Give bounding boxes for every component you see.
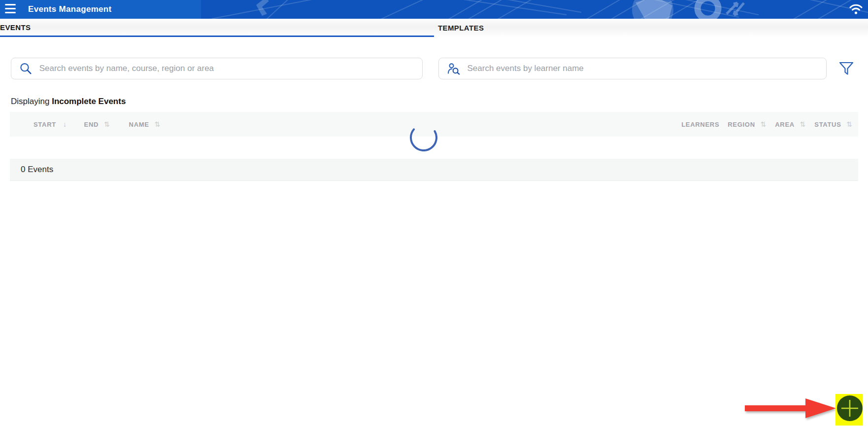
displaying-filter-name: Incomplete Events bbox=[52, 97, 126, 106]
sort-both-icon[interactable]: ⇅ bbox=[104, 120, 110, 128]
filter-button[interactable] bbox=[838, 61, 854, 76]
events-count: 0 Events bbox=[21, 165, 53, 175]
person-search-icon bbox=[447, 62, 461, 75]
column-area-label: AREA bbox=[775, 121, 795, 128]
learner-search-box[interactable] bbox=[438, 58, 827, 79]
column-status-label: STATUS bbox=[814, 121, 841, 128]
tab-events-label: EVENTS bbox=[0, 23, 31, 32]
column-name[interactable]: NAME ⇅ bbox=[129, 120, 161, 128]
event-search-input[interactable] bbox=[39, 64, 422, 73]
menu-icon[interactable] bbox=[5, 4, 16, 13]
tab-bar: EVENTS TEMPLATES bbox=[0, 19, 868, 37]
plus-icon bbox=[841, 399, 859, 417]
search-icon bbox=[20, 62, 33, 75]
learner-search-input[interactable] bbox=[467, 64, 826, 73]
column-start-label: START bbox=[33, 121, 56, 128]
events-table: START ↓ END ⇅ NAME ⇅ LEARNERS REGION ⇅ A… bbox=[10, 112, 858, 181]
displaying-prefix: Displaying bbox=[11, 97, 52, 106]
sort-both-icon[interactable]: ⇅ bbox=[155, 120, 161, 128]
tab-templates[interactable]: TEMPLATES bbox=[434, 19, 868, 37]
tab-events[interactable]: EVENTS bbox=[0, 19, 434, 37]
tab-templates-label: TEMPLATES bbox=[438, 24, 484, 32]
column-end[interactable]: END ⇅ bbox=[84, 120, 110, 128]
sort-both-icon[interactable]: ⇅ bbox=[847, 120, 853, 128]
wifi-icon bbox=[849, 3, 863, 15]
column-area[interactable]: AREA ⇅ bbox=[775, 120, 806, 128]
app-bar: Events Management bbox=[0, 0, 868, 19]
column-learners[interactable]: LEARNERS bbox=[681, 121, 719, 128]
sort-desc-icon[interactable]: ↓ bbox=[63, 120, 67, 128]
column-end-label: END bbox=[84, 121, 99, 128]
column-status[interactable]: STATUS ⇅ bbox=[814, 120, 853, 128]
loading-spinner bbox=[410, 124, 437, 151]
page-title: Events Management bbox=[28, 0, 111, 19]
sort-both-icon[interactable]: ⇅ bbox=[761, 120, 767, 128]
column-region[interactable]: REGION ⇅ bbox=[728, 120, 767, 128]
add-event-button[interactable] bbox=[837, 395, 863, 421]
table-body bbox=[10, 137, 858, 159]
column-start[interactable]: START ↓ bbox=[33, 120, 67, 128]
column-learners-label: LEARNERS bbox=[681, 121, 719, 128]
funnel-icon bbox=[839, 62, 854, 75]
column-region-label: REGION bbox=[728, 121, 755, 128]
displaying-status: Displaying Incomplete Events bbox=[11, 97, 126, 107]
event-search-box[interactable] bbox=[11, 58, 423, 79]
table-footer: 0 Events bbox=[10, 159, 858, 181]
search-row bbox=[11, 58, 857, 79]
annotation-red-arrow bbox=[741, 393, 840, 423]
sort-both-icon[interactable]: ⇅ bbox=[800, 120, 806, 128]
column-name-label: NAME bbox=[129, 121, 149, 128]
